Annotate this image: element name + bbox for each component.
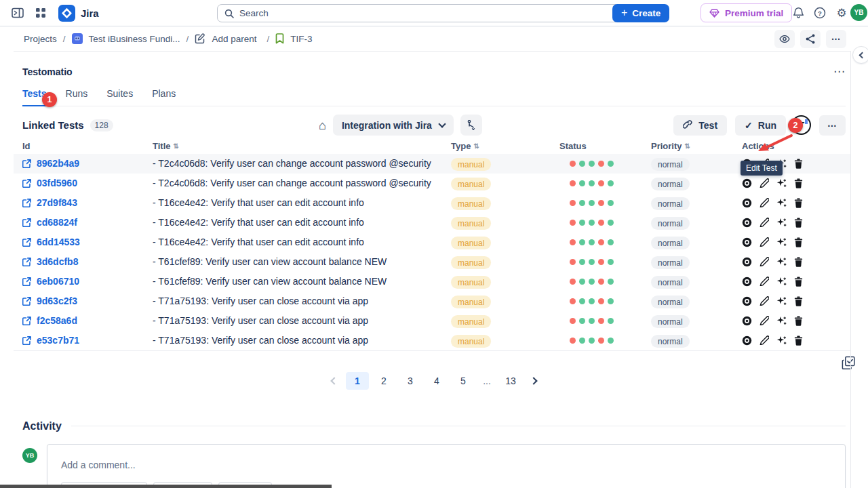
pagination-next-button[interactable] (526, 372, 543, 390)
table-row[interactable]: 6eb06710 - T61cfef89: Verify user can vi… (14, 272, 850, 291)
notifications-button[interactable] (789, 4, 807, 22)
ai-generate-button[interactable] (776, 336, 787, 346)
watch-button[interactable] (774, 30, 795, 48)
edit-test-button[interactable] (760, 178, 769, 188)
test-id-link[interactable]: 3d6dcfb8 (37, 256, 78, 267)
test-id-link[interactable]: f2c58a6d (37, 315, 77, 326)
delete-test-button[interactable] (794, 277, 803, 287)
view-test-button[interactable] (742, 218, 752, 228)
edit-test-button[interactable] (760, 277, 769, 286)
edit-test-button[interactable] (760, 257, 769, 266)
delete-test-button[interactable] (794, 296, 803, 306)
branch-filter-dropdown[interactable]: Integration with Jira (333, 115, 454, 136)
test-id-link[interactable]: 27d9f843 (37, 197, 77, 208)
breadcrumb-issue-key[interactable]: TIF-3 (290, 34, 312, 44)
help-button[interactable]: ? (811, 4, 829, 22)
ai-generate-button[interactable] (776, 218, 787, 228)
search-input[interactable]: Search (217, 4, 620, 22)
app-switcher-button[interactable] (31, 3, 50, 22)
external-link-icon[interactable] (22, 277, 31, 286)
ai-generate-button[interactable] (776, 257, 787, 267)
table-row[interactable]: 27d9f843 - T16ce4e42: Verify that user c… (14, 193, 850, 213)
ai-generate-button[interactable] (776, 178, 787, 188)
home-button[interactable]: ⌂ (319, 119, 326, 131)
table-row[interactable]: f2c58a6d - T71a75193: Verify user can cl… (14, 311, 850, 331)
page-button-...[interactable]: ... (478, 372, 496, 390)
external-link-icon[interactable] (22, 159, 31, 168)
pagination-prev-button[interactable] (325, 372, 342, 390)
delete-test-button[interactable] (794, 316, 803, 326)
panel-collapse-button[interactable] (852, 46, 868, 64)
page-button-4[interactable]: 4 (425, 372, 448, 390)
delete-test-button[interactable] (794, 218, 803, 228)
table-row[interactable]: e53c7b71 - T71a75193: Verify user can cl… (14, 331, 850, 350)
edit-test-button[interactable] (760, 198, 769, 207)
view-test-button[interactable] (742, 257, 752, 267)
edit-test-button[interactable] (760, 218, 769, 227)
external-link-icon[interactable] (22, 336, 31, 345)
table-row[interactable]: 03fd5960 - T2c4c06d8: Verify user can ch… (14, 174, 850, 193)
edit-test-button[interactable] (760, 316, 769, 325)
table-row[interactable]: cd68824f - T16ce4e42: Verify that user c… (14, 213, 850, 232)
external-link-icon[interactable] (22, 218, 31, 227)
panel-toolbar-more-button[interactable]: ⋯ (819, 115, 846, 136)
edit-test-button[interactable] (760, 296, 769, 306)
breadcrumb-project-link[interactable]: Test iBusiness Fundi... (89, 34, 180, 44)
ai-generate-button[interactable] (776, 198, 787, 208)
page-button-2[interactable]: 2 (372, 372, 395, 390)
branch-button[interactable] (460, 115, 482, 136)
page-button-13[interactable]: 13 (499, 372, 522, 390)
ai-generate-button[interactable] (776, 237, 787, 247)
user-avatar[interactable]: YB (850, 4, 867, 21)
more-actions-button[interactable]: ⋯ (826, 30, 846, 48)
test-id-link[interactable]: 8962b4a9 (37, 158, 79, 169)
batch-select-button[interactable] (842, 356, 856, 370)
tab-plans[interactable]: Plans (152, 88, 176, 106)
column-header-priority[interactable]: Priority⇅ (651, 141, 742, 151)
external-link-icon[interactable] (22, 238, 31, 247)
settings-button[interactable]: ⚙ (833, 4, 850, 22)
panel-more-button[interactable]: ⋯ (833, 64, 846, 79)
view-test-button[interactable] (742, 237, 752, 247)
jira-brand[interactable]: Jira (58, 5, 99, 22)
view-test-button[interactable] (742, 336, 752, 346)
breadcrumb-add-parent-link[interactable]: Add parent (212, 34, 256, 44)
view-test-button[interactable] (742, 316, 752, 326)
external-link-icon[interactable] (22, 199, 31, 207)
sidebar-toggle-button[interactable] (8, 3, 27, 22)
table-row[interactable]: 9d63c2f3 - T71a75193: Verify user can cl… (14, 291, 850, 311)
test-id-link[interactable]: 03fd5960 (37, 178, 77, 188)
view-test-button[interactable] (742, 198, 752, 208)
delete-test-button[interactable] (794, 159, 803, 169)
external-link-icon[interactable] (22, 179, 31, 188)
test-id-link[interactable]: 6eb06710 (37, 276, 79, 287)
comment-input[interactable]: Add a comment... Status update... Thanks… (47, 444, 846, 488)
view-test-button[interactable] (742, 277, 752, 287)
ai-generate-button[interactable] (776, 316, 787, 326)
edit-test-button[interactable] (760, 336, 769, 345)
external-link-icon[interactable] (22, 297, 31, 306)
table-row[interactable]: 8962b4a9 - T2c4c06d8: Verify user can ch… (14, 154, 850, 174)
delete-test-button[interactable] (794, 198, 803, 208)
table-row[interactable]: 3d6dcfb8 - T61cfef89: Verify user can vi… (14, 252, 850, 272)
column-header-type[interactable]: Type⇅ (451, 141, 559, 151)
table-row[interactable]: 6dd14533 - T16ce4e42: Verify that user c… (14, 232, 850, 252)
edit-test-button[interactable] (760, 237, 769, 247)
breadcrumb-projects-link[interactable]: Projects (24, 34, 57, 44)
test-id-link[interactable]: 6dd14533 (37, 237, 80, 247)
link-test-button[interactable]: Test (673, 115, 727, 136)
test-id-link[interactable]: 9d63c2f3 (37, 296, 77, 306)
test-id-link[interactable]: cd68824f (37, 217, 77, 228)
page-button-1[interactable]: 1 (346, 372, 369, 390)
view-test-button[interactable] (742, 296, 752, 306)
delete-test-button[interactable] (794, 257, 803, 267)
delete-test-button[interactable] (794, 336, 803, 346)
column-header-title[interactable]: Title⇅ (153, 141, 451, 151)
test-id-link[interactable]: e53c7b71 (37, 335, 79, 346)
external-link-icon[interactable] (22, 317, 31, 325)
tab-suites[interactable]: Suites (106, 88, 133, 106)
create-button[interactable]: + Create (612, 4, 669, 22)
share-button[interactable] (800, 30, 821, 48)
page-button-3[interactable]: 3 (399, 372, 422, 390)
ai-generate-button[interactable] (776, 296, 787, 306)
